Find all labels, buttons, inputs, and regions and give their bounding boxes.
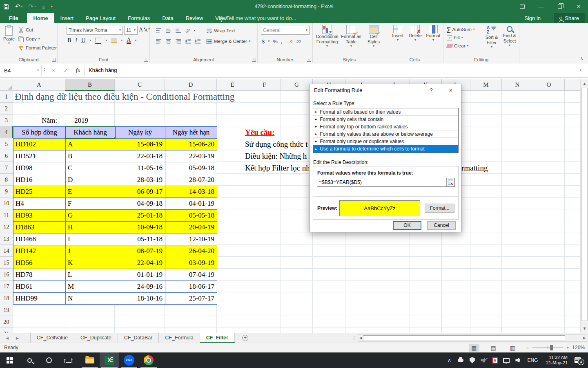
table-cell[interactable]: 25-07-17 bbox=[165, 293, 217, 305]
italic-button[interactable]: I bbox=[75, 37, 77, 44]
requirement-heading-cell[interactable]: Yêu cầu: bbox=[245, 127, 274, 139]
file-explorer-button[interactable] bbox=[80, 352, 100, 368]
table-cell[interactable]: HD521 bbox=[13, 150, 66, 162]
sheet-prev-icon[interactable]: ◀ bbox=[6, 336, 9, 340]
column-header-M[interactable]: M bbox=[470, 79, 502, 91]
table-header-cell[interactable]: Khách hàng bbox=[66, 127, 115, 139]
table-header-cell[interactable]: Ngày hết hạn bbox=[165, 127, 217, 139]
rule-type-option[interactable]: ►Format only unique or duplicate values bbox=[313, 138, 458, 145]
table-cell[interactable]: 05-11-18 bbox=[115, 233, 165, 245]
requirement-line-2[interactable]: Điều kiện: Những h bbox=[245, 150, 307, 162]
row-header-11[interactable]: 11 bbox=[0, 209, 13, 221]
row-header-3[interactable]: 3 bbox=[0, 114, 13, 126]
column-header-B[interactable]: B bbox=[65, 79, 115, 91]
year-label-cell[interactable]: Năm: bbox=[21, 114, 57, 126]
minimize-icon[interactable]: — bbox=[532, 0, 550, 13]
security-shield-icon[interactable] bbox=[468, 357, 476, 364]
table-cell[interactable]: 12-10-19 bbox=[165, 233, 217, 245]
dialog-launcher-icon[interactable]: ↘ bbox=[144, 58, 148, 62]
scroll-right-icon[interactable]: ▶ bbox=[582, 335, 587, 341]
zalo-taskbar-button[interactable]: Zalo bbox=[119, 352, 139, 368]
merge-center-button[interactable]: Merge & Center ▾ bbox=[206, 37, 250, 45]
save-icon[interactable] bbox=[3, 4, 9, 10]
table-cell[interactable]: HD78 bbox=[13, 269, 66, 281]
share-button[interactable]: Share bbox=[554, 13, 585, 23]
format-button[interactable]: Format... bbox=[425, 204, 454, 213]
table-cell[interactable]: 08-07-19 bbox=[115, 245, 165, 257]
table-cell[interactable]: 07-04-19 bbox=[165, 269, 217, 281]
wrap-text-button[interactable]: Wrap Text bbox=[206, 27, 235, 35]
table-cell[interactable]: HD468 bbox=[13, 233, 66, 245]
fill-button[interactable]: ↓ Fill ▾ bbox=[447, 34, 463, 42]
ok-button[interactable]: OK bbox=[393, 221, 421, 230]
task-view-button[interactable] bbox=[59, 352, 78, 368]
page-layout-view-icon[interactable]: ▤ bbox=[488, 344, 499, 352]
table-cell[interactable]: H bbox=[66, 222, 115, 233]
excel-taskbar-button[interactable]: X bbox=[100, 352, 119, 368]
align-right-icon[interactable] bbox=[175, 38, 181, 45]
zoom-level[interactable]: 120% bbox=[572, 343, 585, 352]
taskbar-search-button[interactable] bbox=[20, 352, 39, 368]
clock[interactable]: 11:32 AM 21-May-21 bbox=[543, 355, 570, 366]
table-cell[interactable]: 18-06-17 bbox=[165, 281, 217, 293]
table-cell[interactable]: HD56 bbox=[13, 257, 66, 269]
clear-button[interactable]: Clear ▾ bbox=[447, 42, 469, 50]
table-header-cell[interactable]: Ngày ký bbox=[115, 127, 165, 139]
rule-type-option[interactable]: ►Format only cells that contain bbox=[313, 116, 458, 123]
worksheet-title-cell[interactable]: Định dạng dữ liệu theo điều kiện - Condi… bbox=[15, 91, 234, 103]
table-cell[interactable]: 22-03-19 bbox=[165, 150, 217, 162]
requirement-line-3[interactable]: Kết hợp Filter lọc nh bbox=[245, 162, 310, 174]
copy-button[interactable]: Copy ▾ bbox=[18, 35, 40, 43]
sheet-tab-cf_duplicate[interactable]: CF_Duplicate bbox=[74, 333, 118, 343]
table-cell[interactable]: HD98 bbox=[13, 162, 66, 174]
column-header-D[interactable]: D bbox=[165, 79, 217, 91]
table-cell[interactable]: 05-05-18 bbox=[165, 210, 217, 222]
table-cell[interactable]: HD102 bbox=[13, 139, 66, 150]
row-header-12[interactable]: 12 bbox=[0, 221, 13, 233]
decrease-decimal-icon[interactable]: .00→ bbox=[296, 39, 305, 43]
table-cell[interactable]: 20-04-19 bbox=[165, 222, 217, 233]
zoom-slider-thumb[interactable] bbox=[550, 345, 553, 350]
v-app-icon[interactable]: V bbox=[491, 357, 499, 364]
dialog-launcher-icon[interactable]: ↘ bbox=[52, 58, 56, 62]
column-header-partial[interactable] bbox=[565, 79, 580, 91]
start-button[interactable] bbox=[0, 352, 20, 368]
autosum-button[interactable]: ∑ AutoSum ▾ bbox=[447, 25, 475, 34]
tab-scroll-splitter[interactable] bbox=[354, 333, 354, 343]
column-header-E[interactable]: E bbox=[217, 79, 248, 91]
format-as-table-button[interactable]: Format as Table ▾ bbox=[340, 25, 363, 48]
row-header-9[interactable]: 9 bbox=[0, 186, 13, 197]
table-cell[interactable]: 04-01-19 bbox=[165, 198, 217, 210]
table-cell[interactable]: F bbox=[66, 198, 115, 210]
row-header-14[interactable]: 14 bbox=[0, 245, 13, 257]
table-cell[interactable]: L bbox=[66, 269, 115, 281]
table-cell[interactable]: HD16 bbox=[13, 174, 66, 186]
orientation-icon[interactable]: ab bbox=[184, 27, 191, 34]
table-cell[interactable]: N bbox=[66, 293, 115, 305]
sheet-tab-cf_filter[interactable]: CF_Filter bbox=[200, 333, 235, 343]
table-cell[interactable]: 03-09-19 bbox=[165, 257, 217, 269]
table-cell[interactable]: G bbox=[66, 210, 115, 222]
normal-view-icon[interactable]: ▦ bbox=[469, 344, 479, 352]
cortana-button[interactable] bbox=[39, 352, 59, 368]
sheet-next-icon[interactable]: ▶ bbox=[16, 336, 19, 340]
row-header-10[interactable]: 10 bbox=[0, 197, 13, 209]
sheet-tab-cf_formula[interactable]: CF_Formula bbox=[159, 333, 200, 343]
table-cell[interactable]: HD142 bbox=[13, 245, 66, 257]
select-all-corner[interactable] bbox=[0, 79, 13, 91]
dialog-close-icon[interactable]: × bbox=[444, 84, 458, 96]
column-header-A[interactable]: A bbox=[13, 79, 65, 91]
tab-home[interactable]: Home bbox=[27, 13, 54, 23]
tab-file[interactable]: File bbox=[0, 13, 27, 23]
table-cell[interactable]: 18-10-16 bbox=[115, 293, 165, 305]
row-header-17[interactable]: 17 bbox=[0, 280, 13, 292]
borders-icon[interactable] bbox=[95, 38, 101, 44]
table-cell[interactable]: 15-06-20 bbox=[165, 139, 217, 150]
table-cell[interactable]: 06-09-17 bbox=[115, 186, 165, 198]
ribbon-display-options-icon[interactable] bbox=[513, 0, 532, 13]
table-cell[interactable]: D bbox=[66, 174, 115, 186]
rule-type-option[interactable]: ►Format only top or bottom ranked values bbox=[313, 123, 458, 130]
name-box[interactable]: B4 ▾ bbox=[1, 65, 42, 76]
requirement-line-1[interactable]: Sử dụng công thức t bbox=[245, 138, 308, 150]
table-cell[interactable]: 14-03-18 bbox=[165, 186, 217, 198]
